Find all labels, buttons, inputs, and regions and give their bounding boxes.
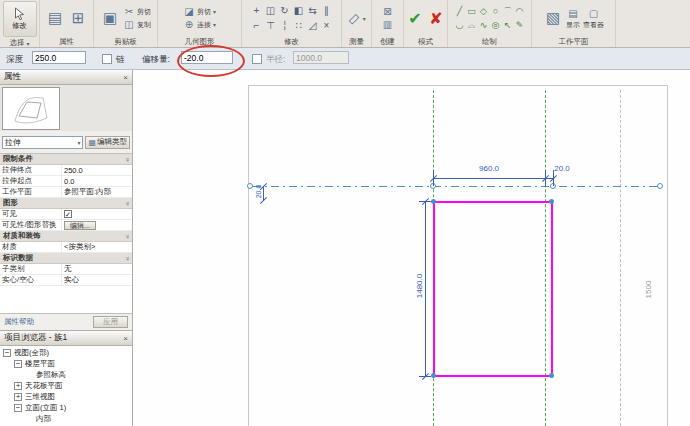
type-selector[interactable]: 拉伸 ▾ bbox=[2, 136, 83, 149]
dimension-line-top[interactable] bbox=[433, 178, 553, 179]
collapse-chevron-icon[interactable]: « bbox=[122, 234, 131, 238]
drawing-canvas[interactable]: 960.0 20.0 1480.0 20.0 1500 bbox=[133, 70, 690, 426]
polygon-tool-icon[interactable]: ◇ bbox=[478, 4, 490, 18]
chain-checkbox[interactable] bbox=[102, 54, 112, 64]
set-work-plane-icon[interactable]: ▧ bbox=[543, 8, 563, 28]
offset-input[interactable] bbox=[181, 51, 233, 64]
dimension-offset-right-text[interactable]: 20.0 bbox=[546, 165, 578, 173]
flip-icon[interactable]: ⇆ bbox=[306, 3, 320, 18]
edit-visibility-button[interactable]: 编辑... bbox=[64, 221, 96, 230]
property-section-header[interactable]: 图形« bbox=[0, 198, 132, 209]
property-value[interactable]: 0.0 bbox=[62, 176, 132, 186]
collapse-box-icon[interactable]: − bbox=[14, 360, 22, 368]
expand-box-icon[interactable]: + bbox=[14, 382, 22, 390]
radius-checkbox[interactable] bbox=[252, 54, 262, 64]
tree-item[interactable]: +天花板平面 bbox=[0, 380, 132, 391]
arc-tool-icon[interactable]: ⌒ bbox=[502, 4, 514, 18]
move-icon[interactable]: + bbox=[250, 3, 264, 18]
visible-checkbox[interactable]: ✓ bbox=[64, 210, 72, 218]
property-value[interactable]: 参照平面:内部 bbox=[62, 187, 132, 197]
property-value[interactable]: 250.0 bbox=[62, 165, 132, 175]
property-value[interactable]: 无 bbox=[62, 264, 132, 274]
dimension-line-height[interactable] bbox=[425, 201, 426, 377]
close-icon[interactable]: × bbox=[123, 334, 128, 343]
sketch-rectangle[interactable] bbox=[433, 201, 553, 377]
sketch-corner-handle[interactable] bbox=[549, 199, 554, 204]
tree-item[interactable]: −楼层平面 bbox=[0, 358, 132, 369]
property-section-header[interactable]: 材质和装饰« bbox=[0, 231, 132, 242]
dimension-height-text[interactable]: 1480.0 bbox=[416, 263, 424, 309]
scale-icon[interactable]: ◿ bbox=[306, 18, 320, 33]
measure-ruler-icon[interactable]: ▭ bbox=[344, 8, 363, 27]
property-section-header[interactable]: 标识数据« bbox=[0, 253, 132, 264]
copy-button[interactable]: ◫ 复制 bbox=[123, 19, 151, 31]
arc-upper-tool-icon[interactable]: ◠ bbox=[514, 4, 526, 18]
reference-plane-vertical-far-right[interactable] bbox=[620, 90, 621, 426]
collapse-chevron-icon[interactable]: « bbox=[122, 201, 131, 205]
property-value[interactable]: <按类别> bbox=[62, 242, 132, 252]
property-section-header[interactable]: 限制条件« bbox=[0, 154, 132, 165]
cut-button[interactable]: ✂ 剪切 bbox=[123, 6, 151, 18]
circle-tool-icon[interactable]: ○ bbox=[490, 4, 502, 18]
sketch-corner-handle[interactable] bbox=[549, 373, 554, 378]
property-value[interactable]: 实心 bbox=[62, 275, 132, 285]
properties-help-link[interactable]: 属性帮助 bbox=[4, 317, 34, 327]
viewer-button[interactable]: ▢ 查看器 bbox=[583, 8, 604, 28]
pick-edge-tool-icon[interactable]: ✎ bbox=[514, 18, 526, 32]
apply-button[interactable]: 应用 bbox=[93, 316, 128, 328]
tree-item[interactable]: −视图(全部) bbox=[0, 347, 132, 358]
create-icon-b[interactable]: ▥ bbox=[382, 19, 394, 31]
spline-tool-icon[interactable]: ∿ bbox=[478, 18, 490, 32]
copy-icon[interactable]: ◫ bbox=[264, 3, 278, 18]
family-types-icon[interactable]: ⊞ bbox=[68, 8, 88, 28]
array-icon[interactable]: ∷ bbox=[292, 18, 306, 33]
offset-icon[interactable]: ∥ bbox=[320, 3, 334, 18]
collapse-box-icon[interactable]: − bbox=[3, 349, 11, 357]
tree-item[interactable]: −立面(立面 1) bbox=[0, 402, 132, 413]
tree-item[interactable]: 内部 bbox=[0, 413, 132, 424]
edit-type-button[interactable]: ▦ 编辑类型 bbox=[85, 136, 130, 149]
line-tool-icon[interactable]: ╱ bbox=[454, 4, 466, 18]
align-icon[interactable]: ⌐ bbox=[250, 18, 264, 33]
sketch-corner-handle[interactable] bbox=[431, 199, 436, 204]
fillet-arc-tool-icon[interactable]: ⌓ bbox=[466, 18, 478, 32]
dimension-offset-left-text[interactable]: 20.0 bbox=[255, 177, 262, 207]
dimension-width-text[interactable]: 960.0 bbox=[469, 165, 509, 173]
paste-icon[interactable]: ▣ bbox=[100, 8, 120, 28]
geometry-cut-button[interactable]: ◪ 剪切 ▾ bbox=[183, 6, 216, 18]
project-browser-header[interactable]: 项目浏览器 - 族1 × bbox=[0, 331, 132, 346]
finish-edit-mode-icon[interactable]: ✔ bbox=[406, 9, 424, 28]
rectangle-tool-icon[interactable]: ▭ bbox=[466, 4, 478, 18]
tree-item[interactable]: 参照标高 bbox=[0, 369, 132, 380]
collapse-chevron-icon[interactable]: « bbox=[122, 256, 131, 260]
tree-item[interactable]: +三维视图 bbox=[0, 391, 132, 402]
properties-header[interactable]: 属性 × bbox=[0, 70, 132, 85]
panel-label-select[interactable]: 选择 ▾ bbox=[0, 38, 39, 48]
modify-button[interactable]: 修改 bbox=[3, 1, 37, 37]
split-icon[interactable]: ╎ bbox=[278, 18, 292, 33]
arc-lower-tool-icon[interactable]: ◡ bbox=[454, 18, 466, 32]
create-icon-a[interactable]: ⊠ bbox=[382, 6, 394, 18]
pick-line-tool-icon[interactable]: ↖ bbox=[502, 18, 514, 32]
properties-palette-icon[interactable]: ▤ bbox=[45, 8, 65, 28]
ellipse-tool-icon[interactable]: ◎ bbox=[490, 18, 502, 32]
property-value[interactable]: 编辑... bbox=[62, 220, 132, 230]
close-icon[interactable]: × bbox=[123, 73, 128, 82]
ref-line-end-handle[interactable] bbox=[247, 183, 253, 189]
rotate-icon[interactable]: ↻ bbox=[278, 3, 292, 18]
reference-level-line[interactable] bbox=[253, 186, 661, 187]
collapse-box-icon[interactable]: − bbox=[14, 404, 22, 412]
property-value[interactable]: ✓ bbox=[62, 209, 132, 219]
depth-input[interactable] bbox=[32, 51, 86, 64]
show-work-plane-button[interactable]: ▤ 显示 bbox=[566, 8, 580, 28]
mirror-icon[interactable]: ◧ bbox=[292, 3, 306, 18]
geometry-join-button[interactable]: ⊕ 连接 ▾ bbox=[183, 19, 216, 31]
collapse-chevron-icon[interactable]: « bbox=[122, 157, 131, 161]
sketch-corner-handle[interactable] bbox=[431, 373, 436, 378]
delete-icon[interactable]: × bbox=[320, 18, 334, 33]
expand-box-icon[interactable]: + bbox=[14, 393, 22, 401]
chevron-down-icon[interactable]: ▾ bbox=[363, 15, 366, 22]
cancel-edit-mode-icon[interactable]: ✘ bbox=[427, 9, 445, 28]
trim-icon[interactable]: ⊤ bbox=[264, 18, 278, 33]
ref-line-end-handle[interactable] bbox=[657, 183, 663, 189]
